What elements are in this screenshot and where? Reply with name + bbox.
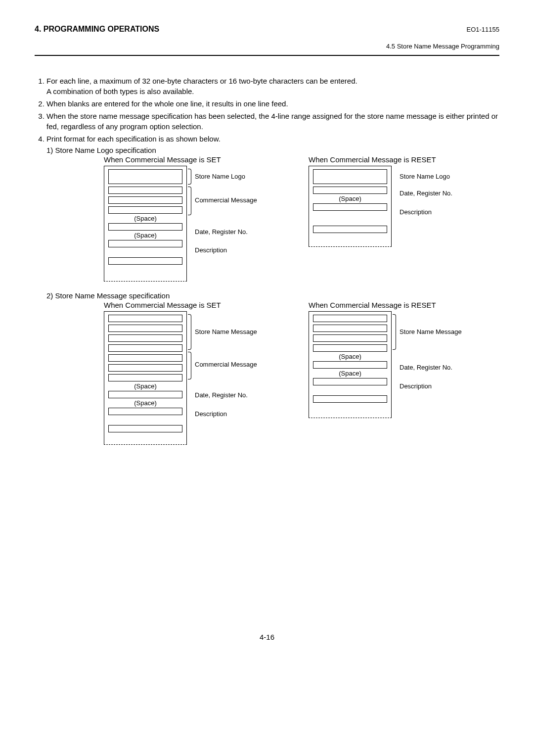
slot xyxy=(108,240,182,247)
slot xyxy=(108,169,182,184)
receipt-diagram: (Space) (Space) xyxy=(309,311,392,418)
slot xyxy=(108,206,182,214)
caption-set: When Commercial Message is SET xyxy=(104,155,295,164)
caption-reset: When Commercial Message is RESET xyxy=(309,301,499,309)
slot xyxy=(313,169,387,184)
header-rule xyxy=(35,55,499,56)
annotation-column: Store Name Logo Date, Register No. Descr… xyxy=(392,166,498,247)
slot xyxy=(313,344,387,352)
slot xyxy=(108,344,182,352)
list-item: For each line, a maximum of 32 one-byte … xyxy=(46,76,499,96)
slot xyxy=(313,187,387,194)
slot xyxy=(108,315,182,322)
slot xyxy=(313,378,387,385)
annotation: Store Name Message xyxy=(195,328,257,335)
annotation: Description xyxy=(195,246,227,254)
page-number: 4-16 xyxy=(35,633,499,641)
space-label: (Space) xyxy=(108,232,182,238)
list-item: When the store name message specificatio… xyxy=(46,111,499,132)
slot xyxy=(108,187,182,194)
slot xyxy=(108,334,182,342)
slot xyxy=(108,354,182,362)
annotation-column: Store Name Logo Commercial Message Date,… xyxy=(187,166,293,282)
annotation: Commercial Message xyxy=(195,361,257,368)
spec-1-title: 1) Store Name Logo specification xyxy=(46,146,499,154)
annotation: Store Name Message xyxy=(400,328,462,335)
annotation: Store Name Logo xyxy=(400,173,450,180)
annotation: Description xyxy=(195,410,227,418)
space-label: (Space) xyxy=(313,195,387,202)
annotation-column: Store Name Message Commercial Message Da… xyxy=(187,311,293,445)
annotation-column: Store Name Message Date, Register No. De… xyxy=(392,311,498,418)
space-label: (Space) xyxy=(108,400,182,406)
slot xyxy=(313,334,387,342)
slot xyxy=(313,325,387,332)
slot xyxy=(108,196,182,204)
slot xyxy=(313,395,387,403)
space-label: (Space) xyxy=(108,215,182,222)
slot xyxy=(313,203,387,211)
slot xyxy=(313,315,387,322)
section-title: 4. PROGRAMMING OPERATIONS xyxy=(35,25,159,34)
annotation: Commercial Message xyxy=(195,196,257,204)
caption-set: When Commercial Message is SET xyxy=(104,301,295,309)
document-id: EO1-11155 xyxy=(467,26,500,33)
slot xyxy=(108,257,182,265)
receipt-diagram: (Space) xyxy=(309,166,392,247)
annotation: Description xyxy=(400,382,432,390)
list-item: When blanks are entered for the whole on… xyxy=(46,98,499,109)
list-text: A combination of both types is also avai… xyxy=(46,87,194,95)
slot xyxy=(108,391,182,398)
space-label: (Space) xyxy=(313,370,387,377)
slot xyxy=(108,364,182,372)
annotation: Store Name Logo xyxy=(195,173,245,180)
slot xyxy=(108,408,182,415)
caption-reset: When Commercial Message is RESET xyxy=(309,155,499,164)
slot xyxy=(108,374,182,381)
slot xyxy=(313,361,387,369)
annotation: Date, Register No. xyxy=(400,189,452,197)
instruction-list: For each line, a maximum of 32 one-byte … xyxy=(35,76,499,144)
space-label: (Space) xyxy=(313,353,387,360)
receipt-diagram: (Space) (Space) xyxy=(104,166,187,282)
slot xyxy=(313,226,387,233)
slot xyxy=(108,223,182,231)
annotation: Date, Register No. xyxy=(195,391,248,399)
list-text: For each line, a maximum of 32 one-byte … xyxy=(46,77,357,85)
slot xyxy=(108,425,182,432)
spec-2-title: 2) Store Name Message specification xyxy=(46,291,499,300)
space-label: (Space) xyxy=(108,383,182,389)
receipt-diagram: (Space) (Space) xyxy=(104,311,187,445)
slot xyxy=(108,325,182,332)
annotation: Description xyxy=(400,208,432,216)
subsection-title: 4.5 Store Name Message Programming xyxy=(35,43,499,50)
annotation: Date, Register No. xyxy=(400,364,452,371)
annotation: Date, Register No. xyxy=(195,228,248,236)
list-item: Print format for each specification is a… xyxy=(46,134,499,144)
